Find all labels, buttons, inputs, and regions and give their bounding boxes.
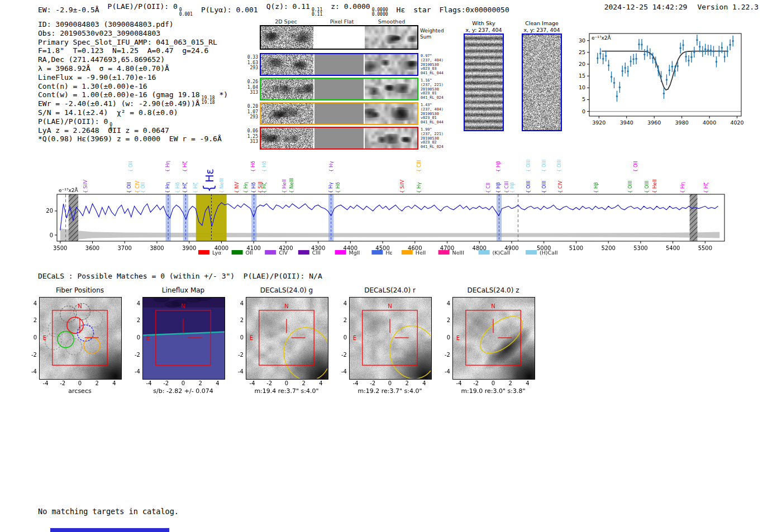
report-version: Version 1.22.3	[697, 3, 759, 11]
svg-text:{ Hη: { Hη	[165, 161, 170, 172]
cutout-x-tick: -4	[146, 380, 152, 386]
svg-text:{ Hβ: { Hβ	[509, 182, 515, 193]
cutout-x-tick: 0	[78, 380, 82, 386]
twod-row-right-labels: 1.43"(237, 404)20190530v023_01041_RL_044	[421, 103, 454, 125]
header-metric: Q(z): 0.110.110.11	[266, 2, 323, 17]
svg-text:30: 30	[579, 37, 585, 44]
cutout-xlabel: m:19.2 re:3.7" s:4.0"	[357, 387, 422, 395]
cutout-y-tick: -4	[129, 368, 140, 375]
svg-text:5300: 5300	[633, 245, 647, 251]
svg-text:5500: 5500	[698, 245, 712, 251]
compass-east-label: E	[43, 335, 46, 341]
info-line: *Q(0.98) Hε(3969) z = 0.0000 EW r = -9.6…	[38, 135, 228, 143]
svg-text:{ CIII: { CIII	[504, 181, 509, 193]
smoothed-image	[365, 103, 417, 124]
cutout-y-tick: 2	[336, 317, 347, 323]
cutout-y-tick: 2	[129, 317, 140, 323]
cutout-x-tick: 4	[422, 380, 426, 386]
cutout-overlay: NE	[39, 297, 121, 378]
svg-text:{ HeII: { HeII	[282, 179, 287, 193]
info-line: Primary Spec_Slot_IFU_AMP: 041_063_015_R…	[38, 38, 228, 47]
svg-text:Lyα: Lyα	[212, 250, 221, 256]
svg-text:5400: 5400	[666, 245, 680, 251]
info-line: F=1.8" T=0.123 N=1.25 A=0.47 g=24.6	[38, 46, 228, 55]
svg-text:Hε: Hε	[385, 250, 392, 256]
svg-text:3800: 3800	[150, 245, 164, 251]
svg-text:{ Hγ: { Hγ	[328, 182, 333, 193]
elixer-report-page: EW: -2.9±-0.5ÅP(LAE)/P(OII): 000.001P(Ly…	[0, 0, 782, 532]
svg-text:{ Hη: { Hη	[680, 182, 685, 193]
twod-spec-image	[261, 26, 313, 49]
with-sky-title: With Skyx, y: 237, 404	[465, 20, 502, 33]
cutout-y-tick: -2	[129, 352, 140, 358]
svg-text:{ OIII: { OIII	[627, 181, 633, 193]
svg-text:{ Hβ: { Hβ	[495, 182, 501, 193]
detection-info-block: ID: 3090084803 (3090084803.pdf)Obs: 2019…	[38, 20, 228, 143]
svg-text:e⁻¹⁷x2Å: e⁻¹⁷x2Å	[59, 187, 79, 193]
svg-text:{ CIV: { CIV	[135, 180, 140, 193]
cutout-x-tick: 0	[285, 380, 288, 386]
cutout-y-tick: -2	[26, 352, 37, 358]
svg-text:(H)CaII: (H)CaII	[540, 250, 558, 256]
cutout-y-tick: 2	[26, 317, 37, 323]
cutout-x-tick: 2	[509, 380, 512, 386]
svg-text:HeII: HeII	[416, 250, 426, 256]
svg-text:10: 10	[579, 84, 585, 90]
svg-text:{ SiIV: { SiIV	[399, 180, 405, 193]
svg-text:{ Hδ: { Hδ	[250, 161, 256, 172]
smoothed-image	[365, 79, 417, 99]
compass-north-label: N	[388, 303, 392, 309]
info-line: λ = 3968.92Å σ = 4.80(±0.70)Å	[38, 64, 228, 73]
cutout-y-tick: 4	[26, 300, 37, 306]
svg-text:{ OII: { OII	[633, 161, 638, 172]
twod-spec-row	[260, 102, 418, 125]
twod-row-left-labels: 0.261.04313	[245, 79, 258, 95]
pixel-flat-image	[314, 128, 364, 148]
info-line: S/N = 14.1(±2.4) χ² = 0.8(±0.0)	[38, 108, 228, 117]
clean-image-title: Clean Imagex, y: 237, 404	[523, 20, 560, 33]
cutout-y-tick: 0	[232, 334, 244, 341]
cutout-title: DECaLS(24.0) z	[467, 286, 519, 294]
cutout-overlay: NE	[142, 297, 224, 378]
cutout-y-tick: -4	[26, 368, 37, 375]
cutout-y-tick: 4	[232, 300, 244, 306]
cutout-x-tick: 4	[216, 380, 219, 386]
svg-text:3900: 3900	[182, 245, 196, 251]
svg-text:CIII: CIII	[312, 250, 321, 256]
svg-text:{ OII: { OII	[128, 161, 133, 172]
line-fit-inset-chart: 392039403960398040004020051015202530e⁻¹⁷…	[573, 28, 748, 131]
cutout-x-tick: -2	[266, 380, 272, 386]
cutout-x-tick: 0	[182, 380, 185, 386]
smoothed-image	[365, 54, 417, 75]
cutout-y-tick: 4	[129, 300, 140, 306]
svg-text:{ OIII: { OIII	[541, 181, 547, 193]
pixel-flat-image	[314, 103, 364, 124]
cutout-x-tick: 0	[492, 380, 495, 386]
svg-text:{ Hδ: { Hδ	[335, 182, 341, 193]
header-metric: P(Lyα): 0.001	[201, 6, 258, 14]
cutout-xlabel: arcsecs	[68, 387, 91, 395]
twod-col-header-flat: Pixel Flat	[330, 18, 354, 25]
svg-text:e⁻¹⁷x2Å: e⁻¹⁷x2Å	[592, 35, 612, 41]
cutout-overlay: NE	[246, 297, 327, 378]
header-metric: z: 0.00000.00000.0000	[331, 2, 388, 17]
footer-notes: No matching targets in catalog. Row inte…	[38, 489, 179, 532]
smoothed-image	[365, 26, 417, 49]
stacked-value: 0.110.11	[312, 8, 322, 17]
twod-spec-row	[260, 53, 418, 76]
compass-east-label: E	[146, 335, 150, 341]
svg-text:0: 0	[582, 108, 585, 114]
svg-text:{ Hβ: { Hβ	[495, 161, 501, 172]
svg-text:{ OIII: { OIII	[644, 181, 650, 193]
svg-text:{ OII: { OII	[126, 182, 132, 193]
cutout-title: Fiber Positions	[56, 286, 104, 294]
twod-col-header-smoothed: Smoothed	[378, 18, 406, 25]
with-sky-image	[464, 33, 504, 131]
svg-text:{ Hη: { Hη	[165, 182, 170, 193]
header-metrics: EW: -2.9±-0.5ÅP(LAE)/P(OII): 000.001P(Ly…	[38, 2, 509, 17]
cutout-x-tick: 4	[319, 380, 322, 386]
svg-text:{ Hγ: { Hγ	[328, 161, 334, 172]
svg-text:{ SiIV: { SiIV	[83, 180, 88, 193]
svg-text:{ Hγ: { Hγ	[416, 182, 422, 193]
svg-text:{ Hζ: { Hζ	[703, 182, 709, 193]
